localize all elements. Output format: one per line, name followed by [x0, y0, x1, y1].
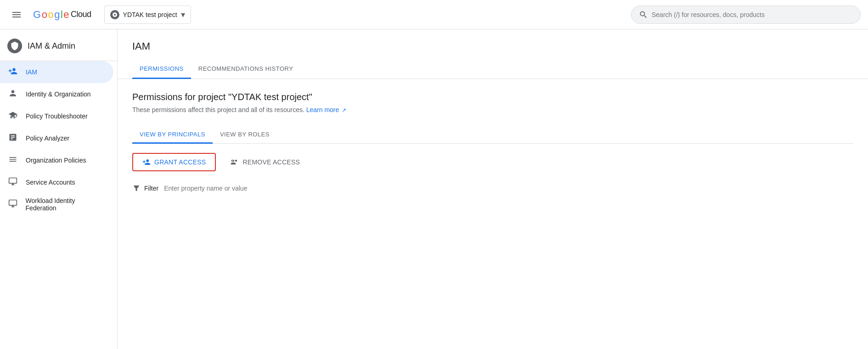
- org-policies-icon: [7, 155, 18, 166]
- iam-admin-icon: [7, 39, 22, 53]
- filter-bar: Filter: [132, 180, 853, 196]
- permissions-section: Permissions for project "YDTAK test proj…: [118, 79, 868, 209]
- sub-tabs: VIEW BY PRINCIPALS VIEW BY ROLES: [132, 126, 853, 144]
- policy-analyzer-icon: [7, 133, 18, 144]
- sidebar-item-policy-analyzer-label: Policy Analyzer: [26, 135, 69, 142]
- policy-troubleshooter-icon: [7, 111, 18, 122]
- filter-icon: [132, 184, 141, 192]
- service-accounts-icon: [7, 177, 18, 188]
- sidebar-item-workload-identity[interactable]: Workload Identity Federation: [0, 193, 113, 215]
- iam-icon: [7, 67, 18, 78]
- permissions-desc: These permissions affect this project an…: [132, 106, 853, 113]
- sidebar-item-service-accounts[interactable]: Service Accounts: [0, 171, 113, 193]
- content-header: IAM: [118, 29, 868, 52]
- sidebar-item-workload-identity-label: Workload Identity Federation: [26, 197, 106, 212]
- workload-identity-icon: [7, 199, 18, 210]
- grant-access-label: GRANT ACCESS: [154, 158, 206, 166]
- content-area: IAM PERMISSIONS RECOMMENDATIONS HISTORY …: [118, 29, 868, 349]
- sidebar-item-service-accounts-label: Service Accounts: [26, 179, 75, 186]
- project-name: YDTAK test project: [123, 11, 177, 18]
- grant-access-button[interactable]: GRANT ACCESS: [132, 153, 216, 171]
- svg-point-1: [114, 14, 116, 16]
- sidebar-item-identity-org-label: Identity & Organization: [26, 90, 91, 98]
- sidebar-item-identity-org[interactable]: Identity & Organization: [0, 83, 113, 105]
- menu-icon[interactable]: [7, 6, 26, 24]
- sidebar-title: IAM & Admin: [28, 41, 75, 51]
- sidebar-item-policy-troubleshooter[interactable]: Policy Troubleshooter: [0, 105, 113, 127]
- search-icon: [639, 10, 648, 19]
- main-tabs: PERMISSIONS RECOMMENDATIONS HISTORY: [118, 60, 868, 79]
- remove-access-button[interactable]: REMOVE ACCESS: [221, 153, 309, 171]
- google-logo: Google Cloud: [33, 9, 91, 21]
- sidebar-header: IAM & Admin: [0, 29, 117, 61]
- project-icon: [110, 10, 119, 19]
- identity-org-icon: [7, 89, 18, 100]
- main-layout: IAM & Admin IAM Identity & Organization: [0, 29, 868, 349]
- learn-more-link[interactable]: Learn more ↗: [306, 106, 346, 113]
- remove-access-icon: [231, 158, 239, 166]
- search-input[interactable]: [652, 11, 853, 18]
- sidebar-item-policy-troubleshooter-label: Policy Troubleshooter: [26, 113, 88, 120]
- search-bar[interactable]: [631, 6, 861, 24]
- chevron-down-icon: ▾: [181, 10, 185, 20]
- sidebar-item-policy-analyzer[interactable]: Policy Analyzer: [0, 127, 113, 149]
- tab-recommendations[interactable]: RECOMMENDATIONS HISTORY: [191, 60, 301, 79]
- sidebar: IAM & Admin IAM Identity & Organization: [0, 29, 118, 349]
- topbar: Google Cloud YDTAK test project ▾: [0, 0, 868, 29]
- tab-permissions[interactable]: PERMISSIONS: [132, 60, 191, 79]
- project-selector[interactable]: YDTAK test project ▾: [104, 6, 191, 24]
- filter-label: Filter: [144, 185, 158, 192]
- grant-access-icon: [142, 158, 151, 166]
- sidebar-item-iam-label: IAM: [26, 68, 37, 76]
- page-title: IAM: [132, 40, 853, 52]
- remove-access-label: REMOVE ACCESS: [242, 158, 300, 166]
- filter-input[interactable]: [164, 185, 302, 192]
- sidebar-item-org-policies[interactable]: Organization Policies: [0, 149, 113, 171]
- sidebar-item-iam[interactable]: IAM: [0, 61, 113, 83]
- sidebar-item-org-policies-label: Organization Policies: [26, 157, 86, 164]
- sub-tab-by-roles[interactable]: VIEW BY ROLES: [213, 126, 277, 144]
- external-link-icon: ↗: [342, 107, 346, 113]
- sub-tab-by-principals[interactable]: VIEW BY PRINCIPALS: [132, 126, 213, 144]
- action-buttons: GRANT ACCESS REMOVE ACCESS: [132, 153, 853, 171]
- permissions-title: Permissions for project "YDTAK test proj…: [132, 92, 853, 102]
